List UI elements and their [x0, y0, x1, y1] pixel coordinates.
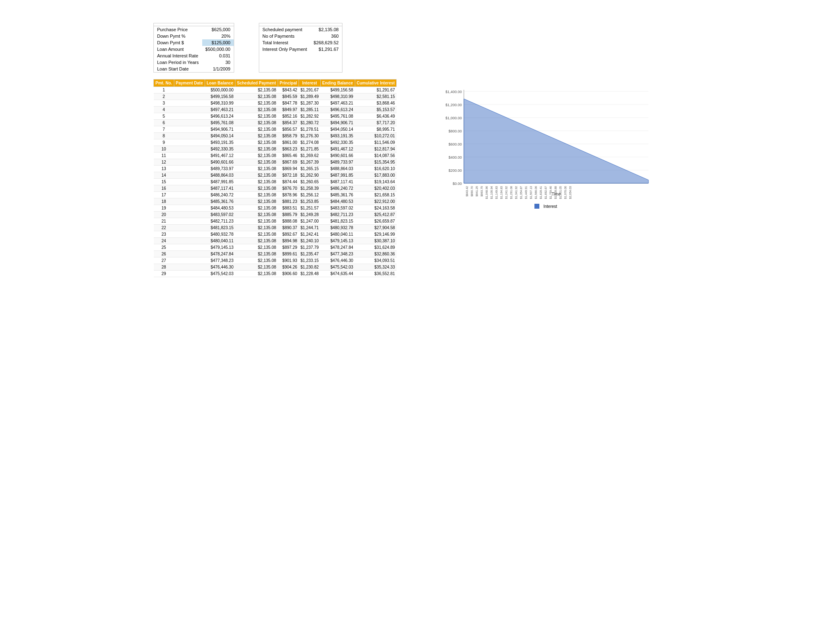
table-cell: 28 [154, 264, 174, 271]
table-cell: $849.97 [278, 107, 299, 113]
summary-value: $268,629.52 [310, 39, 342, 46]
table-cell: 1 [154, 87, 174, 93]
field-value: 1/1/2009 [202, 66, 234, 72]
field-value: 0.031 [202, 52, 234, 59]
field-value: 20% [202, 33, 234, 39]
table-cell: $854.37 [278, 120, 299, 126]
table-cell: $11,546.09 [355, 139, 397, 146]
summary-label: No of Payments [259, 33, 310, 39]
table-cell [174, 185, 205, 192]
table-cell: $489,733.97 [320, 159, 355, 166]
field-label: Down Pymt $ [154, 39, 202, 46]
table-cell: $487,117.41 [320, 179, 355, 185]
table-cell: 8 [154, 133, 174, 139]
table-row: 21$482,711.23$2,135.08$888.08$1,247.00$4… [154, 218, 397, 225]
main-content: Pmt. No.Payment DateLoan BalanceSchedule… [153, 77, 687, 277]
loan-summary-panel: Scheduled payment$2,135.08No of Payments… [259, 23, 342, 73]
enter-values-table: Purchase Price$625,000Down Pymt %20%Down… [154, 26, 234, 72]
summary-label: Total Interest [259, 39, 310, 46]
table-cell [174, 231, 205, 238]
table-cell: $1,258.39 [299, 185, 321, 192]
enter-values-header [154, 23, 234, 26]
interest-legend-label: Interest [543, 204, 557, 209]
table-cell: $2,135.08 [235, 264, 278, 271]
table-cell: $16,620.10 [355, 166, 397, 172]
table-cell: $1,251.57 [299, 205, 321, 212]
svg-text:$1,048.96: $1,048.96 [485, 186, 488, 199]
table-cell: $24,163.58 [355, 205, 397, 212]
svg-text:$1,692.67: $1,692.67 [544, 186, 547, 199]
table-cell: 25 [154, 244, 174, 251]
column-header: Principal [278, 80, 299, 87]
svg-text:$1,291.08: $1,291.08 [510, 186, 513, 199]
table-cell: $2,135.08 [235, 87, 278, 93]
svg-text:$200.00: $200.00 [448, 168, 462, 173]
table-row: 13$489,733.97$2,135.08$869.94$1,265.15$4… [154, 166, 397, 172]
column-header: Scheduled Payment [235, 80, 278, 87]
table-cell: $8,995.71 [355, 126, 397, 133]
svg-text:$1,106.94: $1,106.94 [490, 186, 493, 199]
table-cell: $867.69 [278, 159, 299, 166]
svg-text:$1,400.00: $1,400.00 [445, 90, 462, 94]
table-cell: $2,135.08 [235, 113, 278, 120]
table-cell: $894.98 [278, 238, 299, 244]
summary-label: Scheduled payment [259, 26, 310, 33]
table-row: 22$481,823.15$2,135.08$890.37$1,244.71$4… [154, 225, 397, 231]
interest-legend-box [534, 204, 539, 209]
table-cell: $2,135.08 [235, 166, 278, 172]
table-cell [174, 257, 205, 264]
table-cell: $15,354.95 [355, 159, 397, 166]
table-cell: 2 [154, 93, 174, 100]
table-cell: 21 [154, 218, 174, 225]
table-cell: $476,446.30 [320, 257, 355, 264]
table-cell: $494,906.71 [320, 120, 355, 126]
summary-value: $2,135.08 [310, 26, 342, 33]
table-cell [174, 218, 205, 225]
table-cell [174, 271, 205, 277]
table-cell: 11 [154, 153, 174, 159]
table-cell: $1,240.10 [299, 238, 321, 244]
table-cell: $486,240.72 [205, 192, 235, 198]
table-cell [174, 251, 205, 257]
table-row: 11$491,467.12$2,135.08$865.46$1,269.62$4… [154, 153, 397, 159]
table-cell: $2,135.08 [235, 120, 278, 126]
table-cell: 9 [154, 139, 174, 146]
table-cell: $480,040.11 [205, 238, 235, 244]
table-cell [174, 244, 205, 251]
table-cell: $2,135.08 [235, 139, 278, 146]
table-row: 7$494,906.71$2,135.08$856.57$1,278.51$49… [154, 126, 397, 133]
table-cell: $1,260.65 [299, 179, 321, 185]
table-cell: $858.79 [278, 133, 299, 139]
field-label: Annual Interest Rate [154, 52, 202, 59]
table-cell: 12 [154, 159, 174, 166]
table-cell: $2,135.08 [235, 107, 278, 113]
table-cell: $481,823.15 [205, 225, 235, 231]
table-cell: $10,272.01 [355, 133, 397, 139]
table-cell: $856.57 [278, 126, 299, 133]
table-cell: $2,135.08 [235, 238, 278, 244]
svg-text:$1,628.41: $1,628.41 [539, 186, 542, 199]
field-label: Down Pymt % [154, 33, 202, 39]
table-cell: 6 [154, 120, 174, 126]
table-cell: $491,467.12 [205, 153, 235, 159]
table-cell: $876.70 [278, 185, 299, 192]
table-cell: $852.16 [278, 113, 299, 120]
table-cell: $493,191.35 [205, 139, 235, 146]
svg-text:$0.00: $0.00 [452, 182, 462, 186]
table-row: 26$478,247.84$2,135.08$899.61$1,235.47$4… [154, 251, 397, 257]
table-cell [174, 133, 205, 139]
interest-area [464, 99, 648, 183]
table-row: 8$494,050.14$2,135.08$858.79$1,276.30$49… [154, 133, 397, 139]
table-cell: $904.26 [278, 264, 299, 271]
table-cell: $32,860.36 [355, 251, 397, 257]
table-cell: $878.96 [278, 192, 299, 198]
table-row: 24$480,040.11$2,135.08$894.98$1,240.10$4… [154, 238, 397, 244]
table-cell: $483,597.02 [205, 212, 235, 218]
field-value: 30 [202, 59, 234, 66]
field-value: $500,000.00 [202, 46, 234, 52]
table-cell [174, 100, 205, 107]
table-cell: $892.67 [278, 231, 299, 238]
table-cell: 5 [154, 113, 174, 120]
table-cell: $494,906.71 [205, 126, 235, 133]
amortization-table-section: Pmt. No.Payment DateLoan BalanceSchedule… [153, 77, 397, 277]
